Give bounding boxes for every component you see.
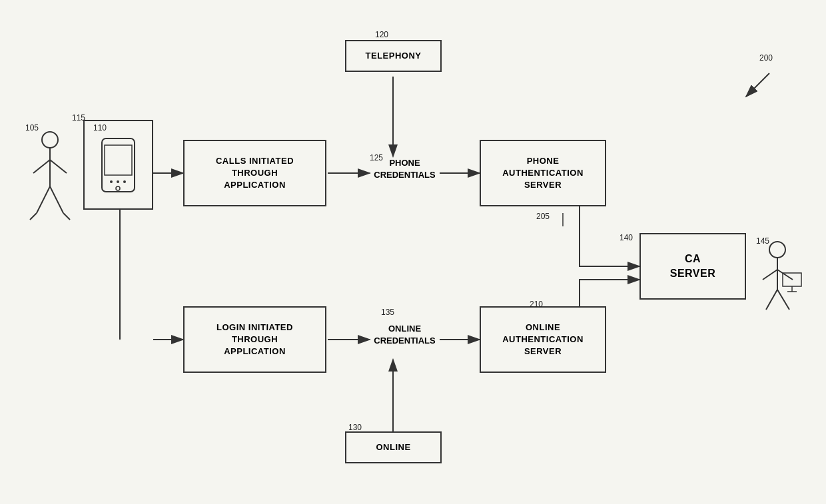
- svg-line-19: [37, 186, 50, 213]
- svg-line-18: [50, 160, 67, 173]
- svg-point-15: [42, 132, 58, 148]
- svg-line-20: [50, 186, 63, 213]
- label-145: 145: [756, 236, 769, 246]
- label-110: 110: [93, 123, 107, 132]
- online-credentials-label: ONLINE CREDENTIALS: [370, 323, 440, 347]
- person-figure: [27, 126, 73, 236]
- ca-server-label: CA SERVER: [670, 252, 716, 282]
- online-auth-server-label: ONLINE AUTHENTICATION SERVER: [502, 322, 584, 358]
- login-initiated-label: LOGIN INITIATED THROUGH APPLICATION: [216, 322, 293, 358]
- phone-credentials-label: PHONE CREDENTIALS: [370, 157, 440, 181]
- svg-line-34: [777, 290, 789, 310]
- svg-rect-24: [105, 145, 132, 175]
- svg-line-21: [30, 213, 37, 220]
- agent-figure: [753, 240, 803, 316]
- calls-initiated-label: CALLS INITIATED THROUGH APPLICATION: [216, 155, 294, 192]
- phone-auth-server-box: PHONE AUTHENTICATION SERVER: [480, 140, 606, 206]
- svg-point-27: [123, 180, 126, 183]
- svg-point-29: [769, 242, 785, 258]
- svg-point-26: [117, 180, 119, 183]
- svg-line-12: [746, 73, 769, 97]
- label-140: 140: [620, 233, 633, 242]
- label-210: 210: [530, 300, 543, 309]
- label-200: 200: [759, 53, 773, 63]
- svg-point-28: [116, 186, 120, 190]
- login-initiated-box: LOGIN INITIATED THROUGH APPLICATION: [183, 306, 326, 373]
- svg-line-17: [33, 160, 50, 173]
- telephony-box: TELEPHONY: [345, 40, 442, 72]
- svg-line-31: [763, 270, 777, 280]
- diagram: 200 105: [0, 0, 826, 504]
- label-135: 135: [381, 308, 394, 317]
- label-130: 130: [348, 423, 362, 432]
- svg-line-33: [766, 290, 777, 310]
- label-120: 120: [375, 30, 388, 39]
- label-205: 205: [536, 212, 550, 221]
- online-auth-server-box: ONLINE AUTHENTICATION SERVER: [480, 306, 606, 373]
- svg-point-25: [110, 180, 113, 183]
- phone-device-box: [83, 120, 153, 210]
- label-105: 105: [25, 123, 39, 132]
- svg-rect-23: [102, 138, 135, 192]
- ca-server-box: CA SERVER: [639, 233, 746, 300]
- label-115: 115: [72, 113, 85, 123]
- svg-line-32: [777, 270, 793, 280]
- calls-initiated-box: CALLS INITIATED THROUGH APPLICATION: [183, 140, 326, 206]
- phone-auth-server-label: PHONE AUTHENTICATION SERVER: [502, 155, 584, 192]
- online-box: ONLINE: [345, 431, 442, 463]
- svg-line-22: [63, 213, 70, 220]
